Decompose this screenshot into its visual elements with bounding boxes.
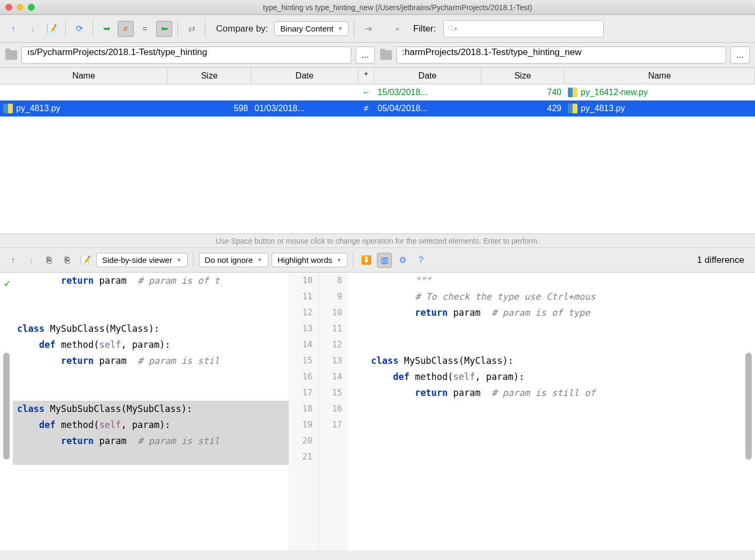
table-row[interactable]: py_4813.py59801/03/2018...≠05/04/2018...… [0, 100, 755, 116]
table-row[interactable]: ←15/03/2018...740py_16412-new.py [0, 84, 755, 100]
collapse-icon[interactable]: ⏬ [359, 253, 374, 268]
chevron-down-icon: ▼ [336, 257, 342, 263]
export-left-icon[interactable]: ⎘ [42, 253, 57, 268]
compare-by-select[interactable]: Binary Content ▼ [274, 21, 349, 36]
help-icon[interactable]: ? [413, 253, 428, 268]
file-table-header: Name Size Date * Date Size Name [0, 67, 755, 84]
top-toolbar: ↑ ↓ 📝 ⟳ ➡ ≠ = ⬅ ⇄ Compare by: Binary Con… [0, 15, 755, 43]
highlight-mode-value: Highlight words [278, 255, 333, 265]
code-line: def method(self, param): [13, 337, 289, 353]
python-file-icon [568, 104, 577, 113]
viewer-mode-select[interactable]: Side-by-side viewer ▼ [96, 253, 188, 267]
hint-text: Use Space button or mouse click to chang… [0, 234, 755, 248]
header-size-right[interactable]: Size [481, 68, 565, 84]
header-date-right[interactable]: Date [374, 68, 481, 84]
code-line [13, 289, 289, 305]
gutter-left: 101112131415161718192021 [289, 273, 319, 550]
folder-icon [5, 50, 17, 60]
filter-input[interactable]: ▾ [443, 20, 604, 37]
maximize-icon[interactable] [28, 4, 35, 11]
not-equal-icon[interactable]: ≠ [118, 21, 134, 37]
window-controls [5, 4, 35, 11]
titlebar: type_hinting vs type_hinting_new (/Users… [0, 0, 755, 15]
left-path-input[interactable]: ıs/PycharmProjects/2018.1-Test/type_hint… [21, 46, 351, 64]
sync-scroll-icon[interactable]: ▥ [377, 253, 392, 268]
left-code[interactable]: return param # param is of t class MySub… [0, 273, 289, 550]
arrow-up-icon[interactable]: ↑ [5, 21, 21, 37]
edit-diff-icon[interactable]: 📝 [78, 253, 93, 268]
right-code[interactable]: """ # To check the type use Ctrl+mous re… [348, 273, 755, 550]
ignore-mode-select[interactable]: Do not ignore ▼ [199, 253, 268, 267]
chevron-down-icon: ▼ [338, 26, 343, 32]
code-line: class MySubClass(MyClass): [13, 321, 289, 337]
file-table-body: ←15/03/2018...740py_16412-new.pypy_4813.… [0, 84, 755, 234]
arrow-right-icon[interactable]: ➡ [98, 21, 114, 37]
code-line: return param # param is stil [13, 433, 289, 449]
viewer-mode-value: Side-by-side viewer [102, 255, 172, 265]
code-line: # To check the type use Ctrl+mous [367, 289, 755, 305]
chevron-down-icon: ▼ [176, 257, 182, 263]
folder-icon [380, 50, 392, 60]
diff-toolbar: ↑ ↓ ⎘ ⎘ 📝 Side-by-side viewer ▼ Do not i… [0, 248, 755, 273]
svg-line-1 [453, 29, 455, 32]
header-name-left[interactable]: Name [0, 68, 168, 84]
gear-icon[interactable]: ⚙ [395, 253, 410, 268]
code-line [367, 337, 755, 353]
browse-left-button[interactable]: ... [356, 46, 375, 64]
compare-by-value: Binary Content [280, 24, 333, 33]
code-line: """ [367, 273, 755, 289]
code-line: return param # param is of type [367, 305, 755, 321]
chevron-down-icon: ▼ [257, 257, 263, 263]
code-line: def method(self, param): [367, 369, 755, 385]
browse-right-button[interactable]: ... [730, 46, 750, 64]
ignore-mode-value: Do not ignore [205, 255, 253, 265]
code-line [13, 449, 289, 465]
code-line [13, 369, 289, 385]
code-line: def method(self, param): [13, 417, 289, 433]
prev-diff-icon[interactable]: ↑ [5, 253, 20, 268]
python-file-icon [568, 88, 577, 97]
next-diff-icon[interactable]: ↓ [24, 253, 38, 268]
code-line [367, 321, 755, 337]
arrow-down-icon[interactable]: ↓ [25, 21, 41, 37]
header-op[interactable]: * [358, 68, 374, 84]
refresh-icon[interactable]: ⟳ [71, 21, 87, 37]
equal-icon[interactable]: = [137, 21, 153, 37]
code-line [367, 401, 755, 417]
header-size-left[interactable]: Size [168, 68, 251, 84]
python-file-icon [3, 104, 13, 113]
gutter: 101112131415161718192021 891011121314151… [289, 273, 348, 550]
gutter-right: 891011121314151617 [319, 273, 348, 550]
code-line [13, 385, 289, 401]
header-name-right[interactable]: Name [565, 68, 755, 84]
filter-label: Filter: [413, 24, 436, 34]
code-line: return param # param is stil [13, 353, 289, 369]
code-line: class MySubSubClass(MySubClass): [13, 401, 289, 417]
svg-point-0 [449, 26, 453, 30]
diff-pane: ✓ return param # param is of t class MyS… [0, 273, 755, 550]
code-line: class MySubClass(MyClass): [367, 353, 755, 369]
diff-count: 1 difference [697, 255, 750, 266]
edit-icon[interactable]: 📝 [44, 21, 60, 37]
arrow-left-icon[interactable]: ⬅ [156, 21, 172, 37]
code-line [367, 417, 755, 433]
code-line: return param # param is of t [13, 273, 289, 289]
header-date-left[interactable]: Date [251, 68, 358, 84]
compare-by-label: Compare by: [216, 24, 268, 34]
close-icon[interactable] [5, 4, 12, 11]
diff-next-icon[interactable]: ⇥ [360, 21, 376, 37]
right-scrollbar[interactable] [745, 353, 752, 460]
code-line: return param # param is still of [367, 385, 755, 401]
highlight-mode-select[interactable]: Highlight words ▼ [272, 253, 348, 267]
right-path-input[interactable]: :harmProjects/2018.1-Test/type_hinting_n… [396, 46, 726, 64]
path-bar: ıs/PycharmProjects/2018.1-Test/type_hint… [0, 43, 755, 67]
window-title: type_hinting vs type_hinting_new (/Users… [45, 3, 750, 12]
merge-icon[interactable]: ⇄ [183, 21, 199, 37]
code-line [13, 305, 289, 321]
search-icon [448, 25, 456, 33]
export-right-icon[interactable]: ⎘ [60, 253, 75, 268]
minimize-icon[interactable] [17, 4, 24, 11]
